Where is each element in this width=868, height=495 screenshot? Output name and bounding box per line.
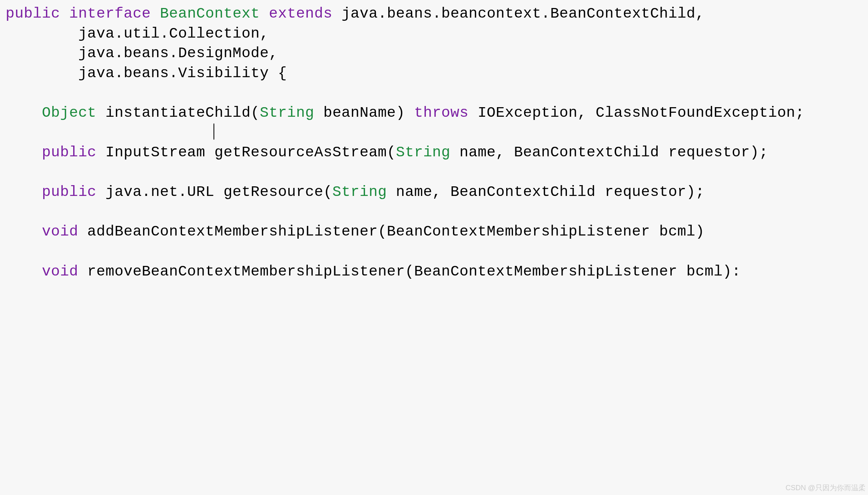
code-token: [6, 184, 42, 200]
code-token: IOException, ClassNotFoundException;: [469, 104, 804, 121]
code-token: java.beans.DesignMode,: [6, 45, 278, 62]
code-token: [151, 5, 160, 22]
code-token: [6, 263, 42, 280]
code-token: [6, 144, 42, 161]
keyword-token: void: [42, 263, 78, 280]
type-token: String: [260, 104, 314, 121]
code-token: name, BeanContextChild requestor);: [451, 144, 768, 161]
keyword-token: throws: [414, 104, 469, 121]
type-token: String: [396, 144, 450, 161]
keyword-token: public: [42, 184, 96, 200]
keyword-token: public: [42, 144, 96, 161]
type-token: String: [332, 184, 387, 200]
keyword-token: extends: [269, 5, 332, 22]
keyword-token: void: [42, 223, 78, 240]
code-token: java.util.Collection,: [6, 25, 269, 42]
code-token: java.beans.beancontext.BeanContextChild,: [332, 5, 704, 22]
java-source-code: public interface BeanContext extends jav…: [0, 0, 868, 285]
code-token: beanName): [314, 104, 414, 121]
type-token: BeanContext: [160, 5, 260, 22]
keyword-token: interface: [69, 5, 151, 22]
code-token: removeBeanContextMembershipListener(Bean…: [78, 263, 741, 280]
keyword-token: public: [6, 5, 60, 22]
code-token: java.beans.Visibility {: [6, 65, 287, 82]
code-token: [6, 104, 42, 121]
code-token: [60, 5, 69, 22]
code-token: InputStream getResourceAsStream(: [96, 144, 396, 161]
code-token: instantiateChild(: [96, 104, 260, 121]
code-token: addBeanContextMembershipListener(BeanCon…: [78, 223, 705, 240]
code-token: [260, 5, 269, 22]
type-token: Object: [42, 104, 96, 121]
code-token: [6, 223, 42, 240]
code-token: name, BeanContextChild requestor);: [387, 184, 705, 200]
code-token: java.net.URL getResource(: [96, 184, 332, 200]
text-cursor: [214, 124, 214, 140]
watermark-text: CSDN @只因为你而温柔: [786, 483, 866, 493]
